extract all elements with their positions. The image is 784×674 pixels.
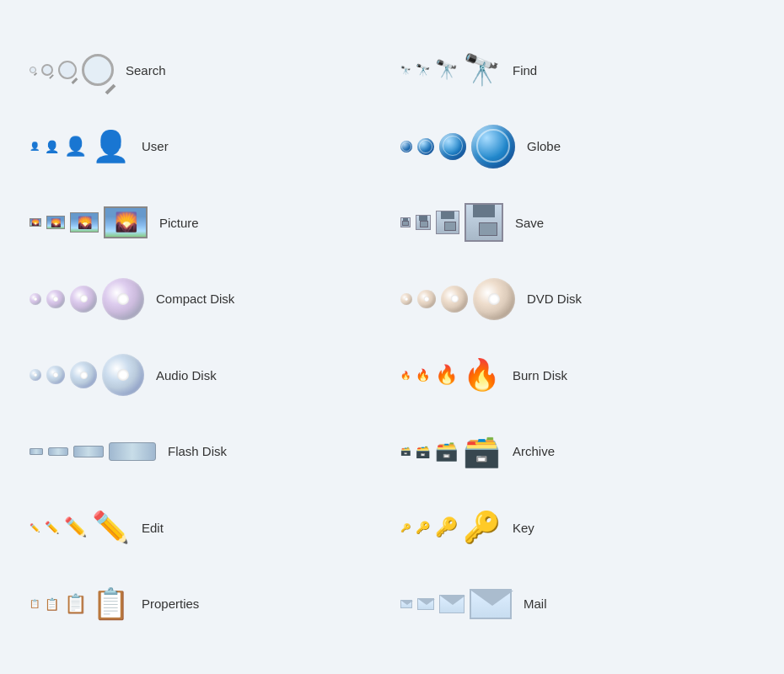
- globe-icon-sm: [417, 138, 434, 155]
- archive-row: 🗃️ 🗃️ 🗃️ 🗃️ Archive: [400, 415, 754, 489]
- find-icon-lg: 🔭: [463, 52, 501, 88]
- user-row: 👤 👤 👤 👤 User: [30, 110, 384, 184]
- burn-icon-xs: 🔥: [400, 371, 411, 380]
- properties-icon-sm: 📋: [45, 597, 59, 611]
- flash-icon-lg: [109, 442, 156, 461]
- flash-icon-xs: [30, 448, 43, 455]
- archive-icon-xs: 🗃️: [400, 447, 411, 456]
- edit-label: Edit: [142, 521, 217, 535]
- user-label: User: [142, 139, 217, 153]
- user-icon-xs: 👤: [30, 142, 40, 151]
- icon-grid: Search 🔭 🔭 🔭 🔭 Find 👤 👤 👤 👤 User Globe P…: [13, 17, 771, 657]
- save-icon-xs: [400, 217, 411, 227]
- archive-icon-md: 🗃️: [435, 441, 458, 463]
- audio-disk-row: Audio Disk: [30, 339, 384, 412]
- flash-icon-md: [73, 446, 104, 457]
- dvd-icon-xs: [400, 293, 412, 305]
- mail-label: Mail: [524, 596, 599, 611]
- edit-row: ✏️ ✏️ ✏️ ✏️ Edit: [30, 491, 384, 564]
- cd-icon-md: [70, 286, 97, 313]
- find-icon-md: 🔭: [435, 59, 458, 81]
- key-icon-lg: 🔑: [463, 510, 501, 545]
- search-icon-xs: [30, 67, 36, 73]
- burn-icon-md: 🔥: [435, 364, 458, 386]
- audio-icon-md: [70, 361, 97, 388]
- burn-icon-lg: 🔥: [463, 357, 501, 393]
- archive-icon-sm: 🗃️: [416, 445, 430, 458]
- dvd-icon-md: [441, 286, 468, 313]
- flash-disk-row: Flash Disk: [30, 415, 384, 489]
- pencil-icon-md: ✏️: [64, 516, 87, 538]
- find-label: Find: [513, 63, 588, 78]
- save-icon-lg: [464, 203, 503, 242]
- find-icon-xs: 🔭: [400, 66, 411, 75]
- find-icon-sm: 🔭: [416, 63, 430, 77]
- cd-icon-lg: [102, 278, 144, 320]
- audio-icon-xs: [30, 369, 41, 381]
- burn-disk-label: Burn Disk: [513, 368, 588, 382]
- key-icon-sm: 🔑: [416, 521, 430, 534]
- search-icon-lg: [82, 54, 114, 86]
- pencil-icon-xs: ✏️: [30, 523, 40, 532]
- properties-label: Properties: [142, 596, 217, 611]
- globe-label: Globe: [527, 139, 603, 153]
- mail-icon-md: [439, 595, 464, 613]
- user-icon-sm: 👤: [45, 140, 59, 153]
- dvd-icon-sm: [417, 290, 436, 308]
- save-icon-sm: [416, 215, 431, 230]
- archive-icon-lg: 🗃️: [463, 434, 501, 469]
- picture-icon-md: [70, 212, 99, 233]
- audio-icon-sm: [46, 366, 65, 384]
- pencil-icon-sm: ✏️: [45, 521, 59, 534]
- cd-icon-xs: [30, 293, 41, 305]
- key-icon-xs: 🔑: [400, 523, 411, 532]
- save-row: Save: [400, 186, 754, 259]
- properties-icon-md: 📋: [64, 593, 87, 615]
- globe-row: Globe: [400, 110, 754, 184]
- dvd-icon-lg: [473, 278, 515, 320]
- find-row: 🔭 🔭 🔭 🔭 Find: [400, 34, 754, 107]
- burn-icon-sm: 🔥: [416, 368, 430, 382]
- picture-icon-xs: [30, 218, 41, 227]
- cd-icon-sm: [46, 290, 65, 308]
- user-icon-lg: 👤: [92, 129, 130, 164]
- mail-row: Mail: [400, 568, 754, 641]
- picture-icon-lg: [104, 206, 148, 238]
- burn-disk-row: 🔥 🔥 🔥 🔥 Burn Disk: [400, 339, 754, 412]
- save-icon-md: [436, 211, 459, 234]
- key-row: 🔑 🔑 🔑 🔑 Key: [400, 491, 754, 564]
- picture-label: Picture: [159, 216, 235, 230]
- flash-disk-label: Flash Disk: [168, 444, 244, 458]
- properties-icon-lg: 📋: [92, 586, 130, 622]
- picture-icon-sm: [46, 216, 65, 229]
- pencil-icon-lg: ✏️: [92, 510, 130, 545]
- properties-row: 📋 📋 📋 📋 Properties: [30, 568, 384, 641]
- globe-icon-md: [439, 133, 466, 160]
- save-label: Save: [515, 216, 591, 230]
- mail-icon-lg: [470, 589, 512, 619]
- mail-icon-sm: [417, 598, 434, 610]
- mail-icon-xs: [400, 600, 412, 608]
- globe-icon-xs: [400, 141, 412, 152]
- archive-label: Archive: [513, 444, 588, 458]
- dvd-disk-label: DVD Disk: [527, 292, 603, 306]
- key-label: Key: [513, 521, 588, 535]
- flash-icon-sm: [48, 447, 68, 456]
- search-icon-md: [58, 61, 77, 79]
- compact-disk-row: Compact Disk: [30, 263, 384, 336]
- search-row: Search: [30, 34, 384, 107]
- globe-icon-lg: [471, 125, 515, 168]
- key-icon-md: 🔑: [435, 516, 458, 538]
- search-label: Search: [126, 63, 201, 78]
- compact-disk-label: Compact Disk: [156, 292, 234, 306]
- picture-row: Picture: [30, 186, 384, 259]
- properties-icon-xs: 📋: [30, 599, 40, 608]
- audio-disk-label: Audio Disk: [156, 368, 232, 382]
- search-icon-sm: [41, 64, 53, 76]
- user-icon-md: 👤: [64, 136, 87, 158]
- audio-icon-lg: [102, 354, 144, 396]
- dvd-disk-row: DVD Disk: [400, 263, 754, 336]
